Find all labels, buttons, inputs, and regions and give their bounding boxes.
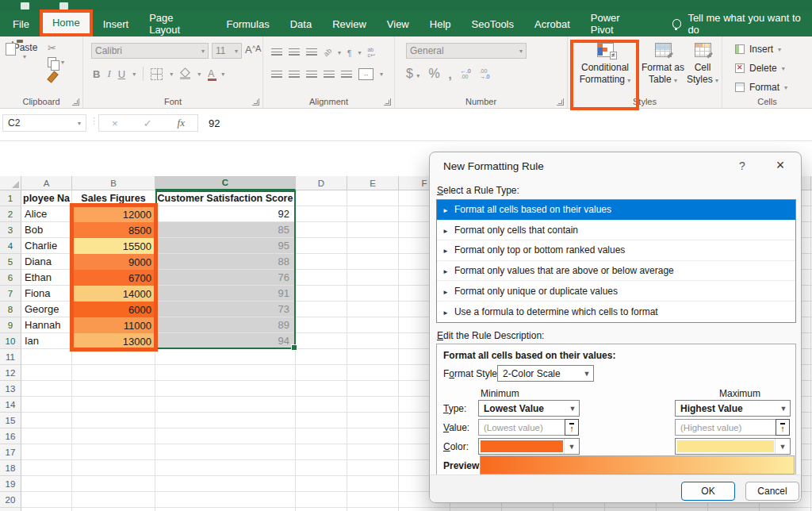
font-color-icon[interactable]: A <box>208 69 214 79</box>
cell[interactable] <box>155 349 296 365</box>
cell[interactable] <box>296 460 347 476</box>
cell[interactable] <box>72 365 155 381</box>
enter-entry-icon[interactable]: ✓ <box>144 117 152 129</box>
cell-c1[interactable]: Customer Satisfaction Score <box>155 190 296 206</box>
cell-c3[interactable]: 85 <box>155 222 296 238</box>
cell[interactable] <box>296 365 347 381</box>
cell[interactable] <box>296 349 347 365</box>
rule-type-option-4[interactable]: Format only values that are above or bel… <box>437 261 795 282</box>
cell[interactable] <box>72 476 155 492</box>
row-header[interactable]: 7 <box>0 286 21 302</box>
cell[interactable] <box>296 190 347 206</box>
quick-access-icon[interactable] <box>21 2 29 10</box>
help-icon[interactable]: ? <box>734 159 750 172</box>
cell-c5[interactable]: 88 <box>155 254 296 270</box>
borders-icon[interactable] <box>151 68 163 80</box>
cell[interactable] <box>347 302 399 317</box>
cell[interactable] <box>72 444 155 460</box>
format-button[interactable]: Format▾ <box>735 82 787 93</box>
cell[interactable] <box>347 286 399 302</box>
cell[interactable] <box>296 302 347 317</box>
percent-icon[interactable]: % <box>428 67 439 81</box>
cell[interactable] <box>155 381 296 397</box>
cell-styles-button[interactable]: Cell Styles ▾ <box>685 43 720 86</box>
cell[interactable] <box>155 460 296 476</box>
cell[interactable] <box>296 444 347 460</box>
cell[interactable] <box>296 476 347 492</box>
font-name-select[interactable]: Calibri▾ <box>91 43 209 59</box>
cell[interactable] <box>296 238 347 254</box>
cell-b6[interactable]: 6700 <box>72 270 155 286</box>
cell[interactable] <box>296 413 347 428</box>
cell[interactable] <box>72 460 155 476</box>
close-icon[interactable]: × <box>771 157 790 174</box>
cell[interactable] <box>72 349 155 365</box>
cell[interactable] <box>155 444 296 460</box>
align-bottom-icon[interactable] <box>306 48 317 56</box>
max-color-select[interactable]: ▼ <box>675 438 791 455</box>
cell[interactable] <box>21 349 72 365</box>
cell[interactable] <box>21 460 72 476</box>
cell-a6[interactable]: Ethan <box>21 270 72 286</box>
delete-button[interactable]: Delete▾ <box>735 63 785 74</box>
cell[interactable] <box>21 428 72 444</box>
cell[interactable] <box>296 492 347 508</box>
cell[interactable] <box>296 397 347 413</box>
currency-button[interactable]: $ ▾ <box>406 67 419 81</box>
insert-button[interactable]: Insert▾ <box>735 44 781 55</box>
cell[interactable] <box>21 492 72 508</box>
cell[interactable] <box>347 333 399 349</box>
cell-b10[interactable]: 13000 <box>72 333 155 349</box>
font-size-select[interactable]: 11▾ <box>212 43 242 59</box>
cell[interactable] <box>296 317 347 333</box>
row-header[interactable]: 18 <box>0 460 21 476</box>
number-format-select[interactable]: General▾ <box>406 43 527 59</box>
cell[interactable] <box>72 492 155 508</box>
cell[interactable] <box>347 508 399 511</box>
cell[interactable] <box>21 365 72 381</box>
cell-b7[interactable]: 14000 <box>72 286 155 302</box>
tab-formulas[interactable]: Formulas <box>216 11 280 36</box>
column-header-d[interactable]: D <box>296 176 347 190</box>
tab-power-pivot[interactable]: Power Pivot <box>580 11 655 36</box>
tab-help[interactable]: Help <box>419 11 462 36</box>
font-dialog-launcher-icon[interactable] <box>252 98 259 106</box>
cell-b5[interactable]: 9000 <box>72 254 155 270</box>
cell[interactable] <box>296 286 347 302</box>
orientation-icon[interactable] <box>322 47 333 58</box>
cell[interactable] <box>155 397 296 413</box>
wrap-text-icon[interactable] <box>367 47 374 58</box>
copy-button[interactable]: ▾ <box>48 57 64 67</box>
column-header-b[interactable]: B <box>72 176 155 190</box>
cell[interactable] <box>72 508 155 511</box>
cell-b3[interactable]: 8500 <box>72 222 155 238</box>
cell[interactable] <box>347 238 399 254</box>
formula-input[interactable]: 92 <box>200 114 812 132</box>
row-header[interactable]: 17 <box>0 444 21 460</box>
cell[interactable] <box>155 508 296 511</box>
increase-decimal-icon[interactable] <box>461 68 471 79</box>
cell[interactable] <box>296 333 347 349</box>
row-header[interactable]: 4 <box>0 238 21 254</box>
tab-home[interactable]: Home <box>40 10 93 36</box>
cell[interactable] <box>296 222 347 238</box>
cell[interactable] <box>347 317 399 333</box>
cell[interactable] <box>155 428 296 444</box>
cut-icon[interactable]: ✂ <box>48 43 56 53</box>
tell-me-box[interactable]: Tell me what you want to do <box>672 12 812 36</box>
cell-c9[interactable]: 89 <box>155 317 296 333</box>
row-header[interactable]: 5 <box>0 254 21 270</box>
max-value-input[interactable]: (Highest value) <box>675 419 776 436</box>
tab-insert[interactable]: Insert <box>93 11 140 36</box>
cell[interactable] <box>21 476 72 492</box>
rule-type-option-5[interactable]: Format only unique or duplicate values <box>437 281 795 302</box>
row-header[interactable]: 11 <box>0 349 21 365</box>
underline-button[interactable]: U <box>118 68 125 80</box>
cell-a1[interactable]: ployee Na <box>21 190 72 206</box>
cell[interactable] <box>296 206 347 222</box>
cell-c10[interactable]: 94 <box>155 333 296 349</box>
row-header[interactable]: 21 <box>0 508 21 511</box>
cell[interactable] <box>347 270 399 286</box>
tab-file[interactable]: File <box>0 11 40 36</box>
min-type-select[interactable]: Lowest Value▼ <box>478 400 580 417</box>
